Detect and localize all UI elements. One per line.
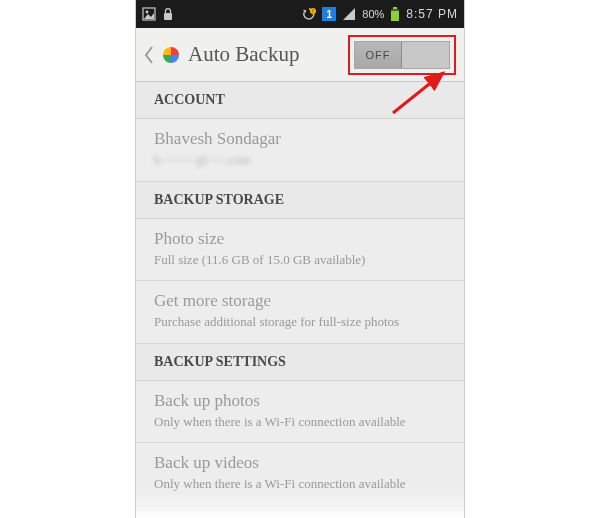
battery-percent: 80% (362, 8, 384, 20)
backup-photos-item[interactable]: Back up photos Only when there is a Wi-F… (136, 381, 464, 444)
backup-photos-sub: Only when there is a Wi-Fi connection av… (154, 413, 446, 431)
battery-icon (390, 7, 400, 22)
app-header: Auto Backup OFF (136, 28, 464, 82)
section-header-settings: BACKUP SETTINGS (136, 344, 464, 381)
account-email: b···········@·····.com (154, 151, 446, 169)
toggle-thumb-off: OFF (355, 42, 402, 68)
backup-photos-title: Back up photos (154, 391, 446, 411)
more-storage-title: Get more storage (154, 291, 446, 311)
image-icon (142, 7, 156, 21)
signal-icon (342, 7, 356, 21)
photo-size-item[interactable]: Photo size Full size (11.6 GB of 15.0 GB… (136, 219, 464, 282)
svg-rect-2 (164, 13, 172, 20)
annotation-toggle-highlight: OFF (348, 35, 456, 75)
backup-videos-sub: Only when there is a Wi-Fi connection av… (154, 475, 446, 493)
backup-videos-item[interactable]: Back up videos Only when there is a Wi-F… (136, 443, 464, 506)
account-name: Bhavesh Sondagar (154, 129, 446, 149)
section-header-storage: BACKUP STORAGE (136, 182, 464, 219)
more-storage-sub: Purchase additional storage for full-siz… (154, 313, 446, 331)
page-title: Auto Backup (188, 42, 299, 67)
svg-rect-5 (393, 7, 397, 9)
status-bar: ! 1 80% 8:57 PM (136, 0, 464, 28)
status-clock: 8:57 PM (406, 7, 458, 21)
account-item[interactable]: Bhavesh Sondagar b···········@·····.com (136, 119, 464, 182)
backup-videos-title: Back up videos (154, 453, 446, 473)
svg-point-1 (146, 11, 149, 14)
auto-backup-toggle[interactable]: OFF (354, 41, 450, 69)
sim-indicator: 1 (322, 7, 336, 21)
photo-size-sub: Full size (11.6 GB of 15.0 GB available) (154, 251, 446, 269)
svg-rect-7 (391, 11, 399, 21)
svg-text:!: ! (313, 8, 314, 14)
get-more-storage-item[interactable]: Get more storage Purchase additional sto… (136, 281, 464, 344)
section-header-account: ACCOUNT (136, 82, 464, 119)
back-button[interactable] (140, 28, 158, 82)
phone-screen: ! 1 80% 8:57 PM Auto Backup (135, 0, 465, 518)
photo-size-title: Photo size (154, 229, 446, 249)
sync-warning-icon: ! (302, 7, 316, 21)
google-photos-icon (160, 44, 182, 66)
lock-icon (162, 7, 174, 21)
